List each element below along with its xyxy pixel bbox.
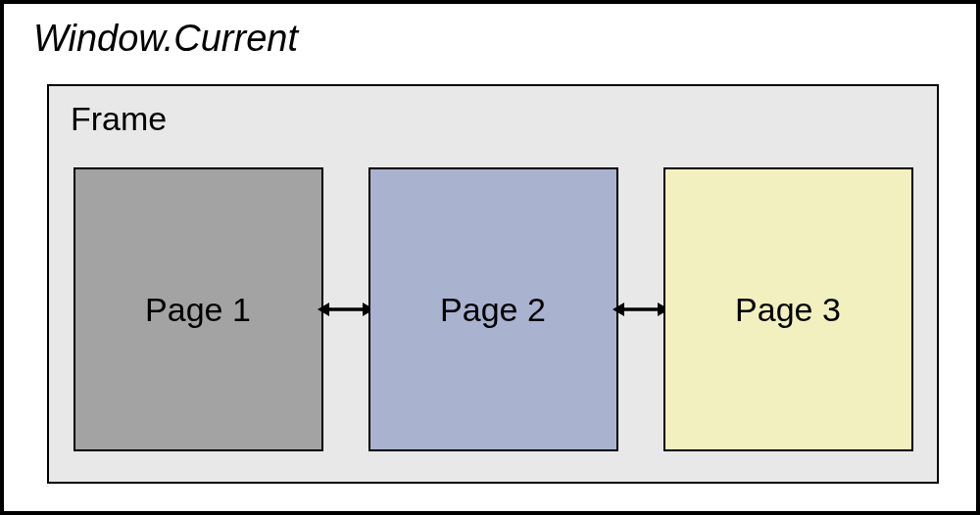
svg-marker-4 xyxy=(612,303,624,316)
arrow-2 xyxy=(618,300,663,319)
double-arrow-icon xyxy=(612,298,669,321)
page-1-box: Page 1 xyxy=(74,167,323,451)
page-2-box: Page 2 xyxy=(368,167,618,451)
frame-container: Frame Page 1 Page 2 xyxy=(47,84,939,484)
frame-title: Frame xyxy=(49,86,937,138)
double-arrow-icon xyxy=(318,298,374,321)
window-title: Window.Current xyxy=(4,4,976,60)
arrow-1 xyxy=(323,300,368,319)
svg-marker-1 xyxy=(318,303,329,316)
window-container: Window.Current Frame Page 1 Page 2 xyxy=(0,0,980,515)
pages-row: Page 1 Page 2 Page 3 xyxy=(49,157,937,462)
page-3-box: Page 3 xyxy=(663,167,913,451)
